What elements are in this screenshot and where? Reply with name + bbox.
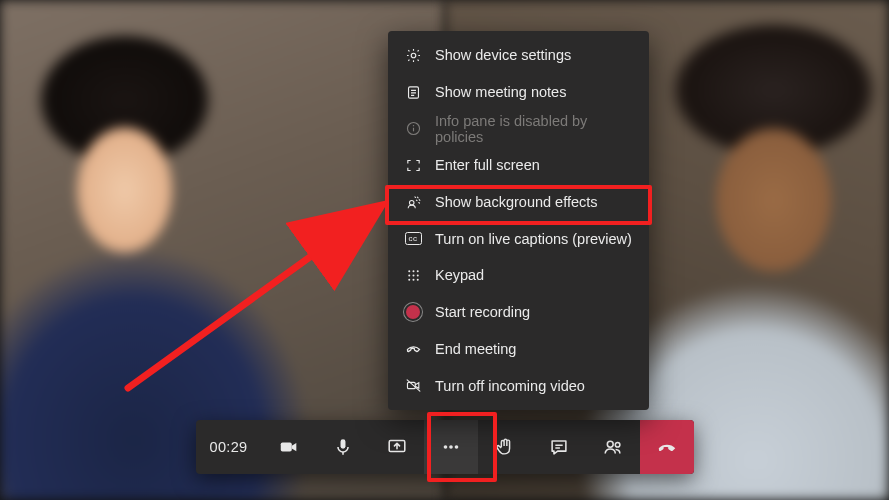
svg-point-7 [416,270,418,272]
menu-item-label: Turn off incoming video [435,378,585,394]
meeting-toolbar: 00:29 [196,420,694,474]
chat-button[interactable] [532,420,586,474]
svg-point-0 [411,53,416,58]
svg-point-6 [412,270,414,272]
end-call-icon [404,340,422,358]
menu-item-label: End meeting [435,341,516,357]
participants-button[interactable] [586,420,640,474]
mic-icon [332,436,354,458]
camera-toggle-button[interactable] [262,420,316,474]
cc-icon: cc [404,230,422,248]
svg-point-5 [408,270,410,272]
menu-item-label: Info pane is disabled by policies [435,113,633,145]
svg-point-20 [454,445,458,449]
menu-item-label: Show meeting notes [435,84,566,100]
menu-item-label: Show device settings [435,47,571,63]
svg-point-9 [412,274,414,276]
record-icon [404,303,422,321]
background-effects-icon [404,193,422,211]
people-icon [602,436,624,458]
menu-item-device-settings[interactable]: Show device settings [388,37,649,74]
chat-icon [548,436,570,458]
svg-point-21 [607,441,613,447]
svg-point-3 [412,125,413,126]
notes-icon [404,83,422,101]
more-actions-menu: Show device settings Show meeting notes … [388,31,649,410]
menu-item-info-pane-disabled: Info pane is disabled by policies [388,110,649,147]
svg-point-13 [416,279,418,281]
svg-point-18 [443,445,447,449]
menu-item-label: Enter full screen [435,157,540,173]
svg-point-11 [408,279,410,281]
menu-item-fullscreen[interactable]: Enter full screen [388,147,649,184]
hand-icon [494,436,516,458]
camera-icon [278,436,300,458]
svg-point-22 [615,442,620,447]
menu-item-live-captions[interactable]: cc Turn on live captions (preview) [388,220,649,257]
svg-rect-16 [340,439,345,449]
video-off-icon [404,377,422,395]
ellipsis-icon [440,436,462,458]
menu-item-label: Turn on live captions (preview) [435,231,632,247]
menu-item-keypad[interactable]: Keypad [388,257,649,294]
share-icon [386,436,408,458]
menu-item-end-meeting[interactable]: End meeting [388,331,649,368]
call-timer-value: 00:29 [210,439,248,455]
svg-point-10 [416,274,418,276]
raise-hand-button[interactable] [478,420,532,474]
menu-item-label: Show background effects [435,194,598,210]
hangup-button[interactable] [640,420,694,474]
gear-icon [404,46,422,64]
hangup-icon [654,436,680,458]
svg-rect-15 [280,442,291,451]
svg-point-12 [412,279,414,281]
info-icon [404,120,422,138]
more-actions-button[interactable] [424,420,478,474]
fullscreen-icon [404,156,422,174]
keypad-icon [404,266,422,284]
menu-item-start-recording[interactable]: Start recording [388,294,649,331]
menu-item-background-effects[interactable]: Show background effects [388,184,649,221]
svg-point-4 [409,200,414,205]
svg-point-8 [408,274,410,276]
svg-point-19 [449,445,453,449]
menu-item-turn-off-incoming-video[interactable]: Turn off incoming video [388,367,649,404]
share-screen-button[interactable] [370,420,424,474]
menu-item-label: Start recording [435,304,530,320]
call-timer: 00:29 [196,420,262,474]
menu-item-label: Keypad [435,267,484,283]
mic-toggle-button[interactable] [316,420,370,474]
menu-item-meeting-notes[interactable]: Show meeting notes [388,74,649,111]
